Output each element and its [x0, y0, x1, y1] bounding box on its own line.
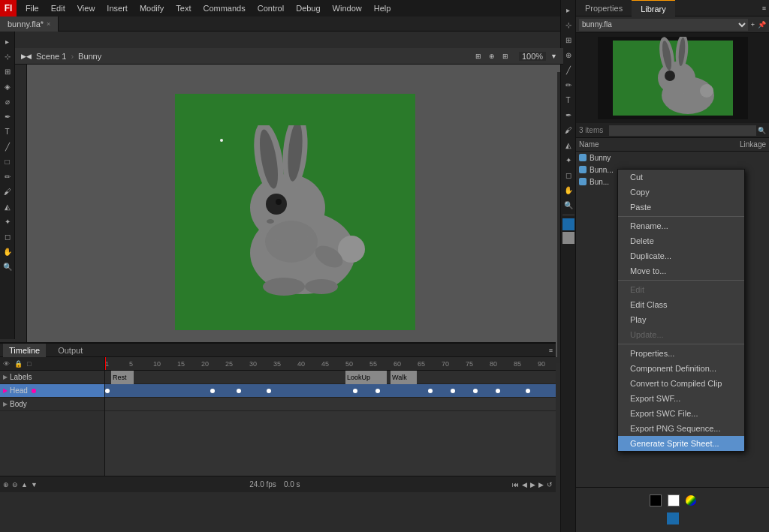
search-icon[interactable]: 🔍 [758, 127, 766, 134]
layer-labels[interactable]: ▶ Labels [0, 371, 104, 384]
menu-control[interactable]: Control [252, 0, 290, 17]
menu-commands[interactable]: Commands [197, 0, 251, 17]
hand-right[interactable]: ✋ [562, 183, 575, 197]
loop-button[interactable]: ↺ [547, 481, 553, 488]
eraser-right[interactable]: ◻ [562, 168, 575, 182]
text-tool-right[interactable]: T [562, 93, 575, 107]
zoom-dropdown-icon[interactable]: ▼ [550, 53, 557, 60]
ctx-move-to[interactable]: Move to... [618, 263, 744, 278]
subselect-tool[interactable]: ⊹ [1, 50, 14, 63]
ctx-edit-class[interactable]: Edit Class [618, 297, 744, 312]
eyedropper-tool[interactable]: ✦ [1, 215, 14, 228]
ctx-cut[interactable]: Cut [618, 170, 744, 185]
eye-icon[interactable]: 👁 [3, 360, 10, 368]
line-tool[interactable]: ╱ [1, 140, 14, 153]
lock-icon[interactable]: 🔒 [14, 360, 23, 368]
library-item[interactable]: Bunny [576, 152, 769, 164]
color-swatch-edge-2[interactable] [562, 232, 574, 244]
step-back-button[interactable]: ◀ [522, 481, 527, 488]
step-forward-button[interactable]: ▶ [538, 481, 544, 488]
paint-tool[interactable]: ✏ [562, 78, 575, 92]
menu-insert[interactable]: Insert [101, 0, 134, 17]
ctx-duplicate[interactable]: Duplicate... [618, 248, 744, 263]
bone-tool[interactable]: ╱ [562, 63, 575, 77]
transform-tool[interactable]: ⊞ [562, 33, 575, 47]
text-tool[interactable]: T [1, 125, 14, 138]
tab-close-button[interactable]: × [47, 17, 50, 32]
brush-tool[interactable]: 🖌 [1, 185, 14, 198]
menu-view[interactable]: View [71, 0, 101, 17]
canvas[interactable] [175, 94, 415, 330]
ctx-paste[interactable]: Paste [618, 200, 744, 215]
properties-tab[interactable]: Properties [576, 0, 632, 17]
timeline-tab[interactable]: Timeline [3, 344, 46, 357]
item-label[interactable]: Bunny [78, 52, 101, 61]
ctx-generate-sprite[interactable]: Generate Sprite Sheet... [618, 436, 744, 451]
eraser-tool[interactable]: ◻ [1, 230, 14, 243]
ctx-convert-compiled[interactable]: Convert to Compiled Clip [618, 376, 744, 391]
zoom-input[interactable]: 100% [519, 52, 546, 61]
file-tab[interactable]: bunny.fla* × [0, 17, 59, 32]
brush-right[interactable]: 🖌 [562, 123, 575, 137]
gradient-tool[interactable]: ◈ [1, 80, 14, 93]
snap-icon[interactable]: ⊞ [475, 53, 481, 60]
outline-icon[interactable]: □ [27, 360, 31, 368]
layer-head[interactable]: ▶ Head [0, 384, 104, 398]
output-tab[interactable]: Output [52, 344, 89, 357]
ctx-copy[interactable]: Copy [618, 185, 744, 200]
selection-tool[interactable]: ▸ [562, 3, 575, 17]
paint-bucket-tool[interactable]: ◭ [1, 200, 14, 213]
new-library-icon[interactable]: + [751, 21, 755, 29]
move-down-button[interactable]: ▼ [31, 481, 38, 488]
menu-help[interactable]: Help [368, 0, 397, 17]
ctx-play[interactable]: Play [618, 312, 744, 327]
rect-tool[interactable]: □ [1, 155, 14, 168]
library-tab[interactable]: Library [632, 0, 675, 17]
menu-modify[interactable]: Modify [134, 0, 170, 17]
menu-text[interactable]: Text [170, 0, 197, 17]
menu-window[interactable]: Window [327, 0, 368, 17]
pencil-tool[interactable]: ✏ [1, 170, 14, 183]
color-wheel-icon[interactable] [686, 495, 696, 506]
free-transform-tool[interactable]: ⊞ [1, 65, 14, 78]
pin-library-icon[interactable]: 📌 [758, 21, 766, 29]
scene-label[interactable]: Scene 1 [36, 52, 66, 61]
magnet-icon[interactable]: ⊕ [489, 53, 495, 60]
camera-tool[interactable]: ⊕ [562, 48, 575, 62]
ctx-component-def[interactable]: Component Definition... [618, 361, 744, 376]
timeline-menu-icon[interactable]: ≡ [549, 347, 553, 354]
panel-options-icon[interactable]: ≡ [759, 5, 769, 12]
pen-tool[interactable]: ✒ [1, 110, 14, 123]
eyedropper-right[interactable]: ✦ [562, 153, 575, 167]
color-swatch-edge[interactable] [562, 218, 574, 230]
zoom-tool[interactable]: 🔍 [1, 260, 14, 273]
menu-edit[interactable]: Edit [45, 0, 71, 17]
rewind-button[interactable]: ⏮ [512, 481, 519, 488]
stage-canvas[interactable] [27, 60, 563, 363]
ctx-export-swf[interactable]: Export SWF... [618, 391, 744, 406]
library-file-dropdown[interactable]: bunny.fla [579, 19, 748, 31]
layer-body[interactable]: ▶ Body [0, 398, 104, 411]
ctx-export-png[interactable]: Export PNG Sequence... [618, 421, 744, 436]
ctx-properties[interactable]: Properties... [618, 346, 744, 361]
library-search-input[interactable] [609, 125, 756, 136]
play-button[interactable]: ▶ [530, 481, 535, 488]
subselection-tool[interactable]: ⊹ [562, 18, 575, 32]
select-tool[interactable]: ▸ [1, 35, 14, 48]
lasso-tool[interactable]: ⌀ [1, 95, 14, 108]
active-color[interactable] [667, 512, 679, 524]
ctx-delete[interactable]: Delete [618, 233, 744, 248]
menu-debug[interactable]: Debug [290, 0, 326, 17]
move-up-button[interactable]: ▲ [21, 481, 28, 488]
pencil-right[interactable]: ✒ [562, 108, 575, 122]
ctx-rename[interactable]: Rename... [618, 218, 744, 233]
menu-file[interactable]: File [20, 0, 45, 17]
playhead[interactable] [105, 357, 106, 370]
add-layer-button[interactable]: ⊕ [3, 481, 9, 488]
delete-layer-button[interactable]: ⊖ [12, 481, 18, 488]
zoom-right[interactable]: 🔍 [562, 198, 575, 212]
hand-tool[interactable]: ✋ [1, 245, 14, 258]
fill-color-swatch[interactable] [668, 494, 680, 506]
grid-icon[interactable]: ⊞ [502, 53, 508, 60]
ctx-export-swc[interactable]: Export SWC File... [618, 406, 744, 421]
